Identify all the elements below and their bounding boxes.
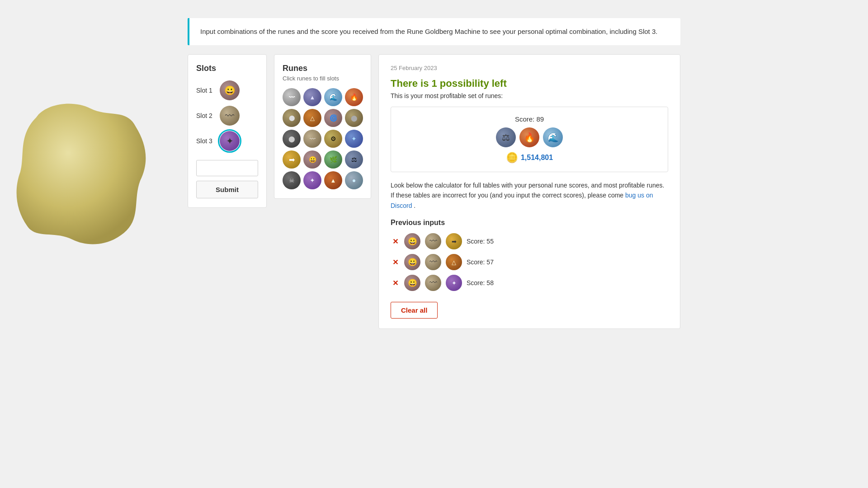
prev-rune-1-3-icon: ➡ <box>452 238 457 245</box>
smoke2-rune-icon: 〰 <box>310 136 316 142</box>
slot-2-circle[interactable]: 〰 <box>220 106 240 126</box>
best-combo-box: Score: 89 ⚖ 🔥 🌊 🪙 1, <box>391 107 668 172</box>
coins-icon: 🪙 <box>506 152 518 164</box>
combo-rune-1: ⚖ <box>496 127 516 147</box>
prev-rune-1-2-icon: 〰 <box>429 237 437 246</box>
runes-title: Runes <box>283 64 363 73</box>
cosmic-rune-button[interactable]: ⚙ <box>324 130 342 148</box>
nature-rune-icon: ✦ <box>351 135 357 142</box>
clear-all-button[interactable]: Clear all <box>391 302 438 319</box>
prev-input-row-3: ✕ 😀 〰 ✦ Score: 58 <box>391 275 668 291</box>
blood-rune-icon: ☠ <box>289 177 295 184</box>
prev-delete-btn-2[interactable]: ✕ <box>391 258 400 267</box>
mind-rune-icon: ▲ <box>310 94 316 101</box>
info-text: Input combinations of the runes and the … <box>200 26 670 37</box>
slot-1-circle[interactable]: 😀 <box>220 80 240 100</box>
combo-rune-1-icon: ⚖ <box>502 132 510 143</box>
prev-rune-3-1-icon: 😀 <box>408 278 417 288</box>
earth-rune-button[interactable]: ⬤ <box>283 109 301 127</box>
results-date: 25 February 2023 <box>391 65 668 71</box>
prev-rune-2-2-icon: 〰 <box>429 258 437 267</box>
slots-title: Slots <box>196 64 258 73</box>
water-rune-button[interactable]: 🌊 <box>324 88 342 106</box>
fire-rune-button[interactable]: 🔥 <box>345 88 363 106</box>
prev-rune-1-1-icon: 😀 <box>408 237 417 246</box>
results-card: 25 February 2023 There is 1 possibility … <box>378 54 680 329</box>
prev-rune-3-3-icon: ✦ <box>452 280 457 286</box>
slot-3-icon: ✦ <box>226 136 234 146</box>
body-rune-icon: 🌀 <box>330 114 337 122</box>
best-combo-score: Score: 89 <box>515 115 544 123</box>
soul-rune-button[interactable]: 😀 <box>303 150 321 169</box>
soul-rune-icon: 😀 <box>309 156 316 163</box>
smoke-rune-icon: ⬤ <box>351 115 358 122</box>
mist-rune-icon: ● <box>352 177 356 184</box>
prev-rune-3-1: 😀 <box>404 275 420 291</box>
prev-delete-btn-3[interactable]: ✕ <box>391 278 400 287</box>
death-rune-icon: ⬤ <box>288 136 295 142</box>
air-rune-icon: 〰 <box>289 94 295 101</box>
smoke2-rune-button[interactable]: 〰 <box>303 130 321 148</box>
law-rune-button[interactable]: 🌿 <box>324 150 342 169</box>
slot-2-icon: 〰 <box>225 111 234 121</box>
prev-input-row-2: ✕ 😀 〰 △ Score: 57 <box>391 254 668 270</box>
prev-rune-1-2: 〰 <box>425 233 441 249</box>
prev-rune-2-3-icon: △ <box>452 259 456 266</box>
slot-1-icon: 😀 <box>224 85 236 96</box>
lava-rune-button[interactable]: ▲ <box>324 171 342 189</box>
info-banner: Input combinations of the runes and the … <box>188 18 680 45</box>
combo-rune-3-icon: 🌊 <box>547 132 559 143</box>
star-rune-button[interactable]: ✦ <box>303 171 321 189</box>
body-rune-button[interactable]: 🌀 <box>324 109 342 127</box>
nature-rune-button[interactable]: ✦ <box>345 130 363 148</box>
air-rune-button[interactable]: 〰 <box>283 88 301 106</box>
coins-row: 🪙 1,514,801 <box>506 152 553 164</box>
wrath-rune-icon: ➡ <box>289 155 295 164</box>
results-desc-text: Look below the calculator for full table… <box>391 182 664 199</box>
coins-value: 1,514,801 <box>521 154 553 162</box>
results-description: Look below the calculator for full table… <box>391 180 668 211</box>
results-subtitle: This is your most profitable set of rune… <box>391 92 668 99</box>
water-rune-icon: 🌊 <box>329 93 338 101</box>
runes-grid: 〰 ▲ 🌊 🔥 ⬤ △ <box>283 88 363 189</box>
slot-row-3: Slot 3 ✦ <box>196 131 258 151</box>
runes-subtitle: Click runes to fill slots <box>283 75 363 82</box>
cards-row: Slots Slot 1 😀 Slot 2 〰 Slot 3 <box>188 54 680 329</box>
prev-delete-btn-1[interactable]: ✕ <box>391 237 400 246</box>
law-rune-icon: 🌿 <box>330 156 337 163</box>
slot-1-label: Slot 1 <box>196 87 215 94</box>
earth-rune-icon: ⬤ <box>289 115 295 121</box>
mind-rune-button[interactable]: ▲ <box>303 88 321 106</box>
results-title: There is 1 possibility left <box>391 78 668 89</box>
combo-rune-2-icon: 🔥 <box>524 132 535 143</box>
cosmic-rune-icon: ⚙ <box>330 135 336 142</box>
chaos-rune-button[interactable]: △ <box>303 109 321 127</box>
death-rune-button[interactable]: ⬤ <box>283 130 301 148</box>
slot-3-label: Slot 3 <box>196 137 215 145</box>
results-desc-end: . <box>414 202 415 209</box>
prev-rune-3-2: 〰 <box>425 275 441 291</box>
slot-3-circle[interactable]: ✦ <box>220 131 240 151</box>
runes-card: Runes Click runes to fill slots 〰 ▲ 🌊 🔥 <box>274 54 371 199</box>
prev-score-2: Score: 57 <box>467 258 494 266</box>
slot-2-label: Slot 2 <box>196 112 215 119</box>
mist-rune-button[interactable]: ● <box>345 171 363 189</box>
prev-inputs-title: Previous inputs <box>391 219 668 227</box>
blood-rune-button[interactable]: ☠ <box>283 171 301 189</box>
prev-score-1: Score: 55 <box>467 238 494 245</box>
prev-rune-1-3: ➡ <box>446 233 462 249</box>
prev-rune-2-3: △ <box>446 254 462 270</box>
combo-rune-3: 🌊 <box>543 127 563 147</box>
score-input[interactable] <box>196 160 258 176</box>
submit-button[interactable]: Submit <box>196 181 258 198</box>
smoke-rune-button[interactable]: ⬤ <box>345 109 363 127</box>
fire-rune-icon: 🔥 <box>350 93 359 101</box>
astral-rune-button[interactable]: ⚖ <box>345 150 363 169</box>
wrath-rune-button[interactable]: ➡ <box>283 150 301 169</box>
slots-card: Slots Slot 1 😀 Slot 2 〰 Slot 3 <box>188 54 267 208</box>
prev-rune-2-1-icon: 😀 <box>408 258 417 267</box>
prev-input-row-1: ✕ 😀 〰 ➡ Score: 55 <box>391 233 668 249</box>
prev-rune-2-1: 😀 <box>404 254 420 270</box>
best-combo-runes: ⚖ 🔥 🌊 <box>496 127 563 147</box>
prev-rune-3-3: ✦ <box>446 275 462 291</box>
